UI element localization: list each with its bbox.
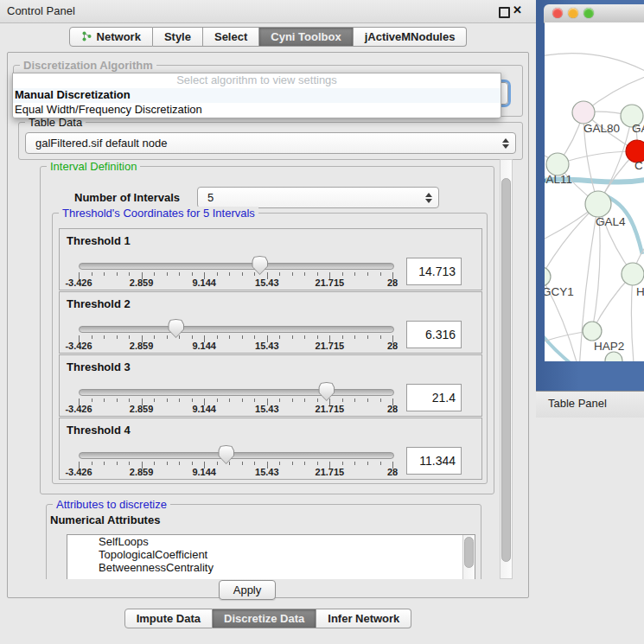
- network-node-hap2[interactable]: [583, 322, 602, 341]
- slider-tick: [217, 399, 218, 402]
- slider-tick-label: 21.715: [316, 341, 345, 351]
- num-intervals-value: 5: [198, 188, 438, 207]
- slider-tick: [104, 272, 105, 276]
- slider-tick: [254, 462, 255, 465]
- slider-tick: [292, 399, 293, 402]
- threshold-value-field[interactable]: 14.713: [406, 258, 462, 285]
- attribute-list-item[interactable]: TopologicalCoefficient: [67, 548, 475, 561]
- tab-discretize-data[interactable]: Discretize Data: [213, 609, 316, 628]
- slider-tick-label: 15.43: [255, 341, 279, 351]
- close-icon[interactable]: ✕: [513, 3, 522, 16]
- threshold-value-field[interactable]: 11.344: [406, 447, 462, 475]
- slider-tick-label: 21.715: [316, 467, 345, 477]
- slider-tick: [242, 335, 243, 339]
- tab-impute-data[interactable]: Impute Data: [124, 609, 213, 628]
- apply-button[interactable]: Apply: [219, 580, 276, 600]
- network-node-gal80[interactable]: [572, 101, 595, 124]
- slider-thumb[interactable]: [168, 319, 184, 338]
- minimize-traffic-light-icon[interactable]: [568, 8, 578, 18]
- tab-style[interactable]: Style: [153, 27, 203, 47]
- network-edge[interactable]: [558, 151, 637, 164]
- tab-infer-network[interactable]: Infer Network: [316, 609, 411, 628]
- slider-tick: [179, 462, 180, 465]
- network-node-label: GCY1: [545, 285, 574, 298]
- tab-label: Network: [97, 30, 141, 43]
- slider-track[interactable]: [79, 389, 394, 396]
- attribute-list-item[interactable]: BetweennessCentrality: [67, 561, 475, 574]
- network-edge[interactable]: [631, 274, 634, 361]
- threshold-panel: Threshold 2-3.4262.8599.14415.4321.71528…: [59, 291, 482, 354]
- popup-option[interactable]: Equal Width/Frequency Discretization: [13, 102, 501, 117]
- slider-tick: [367, 399, 368, 402]
- slider-tick: [342, 272, 343, 276]
- slider-tick-label: 21.715: [316, 404, 345, 414]
- threshold-label: Threshold 2: [67, 297, 131, 310]
- tab-network[interactable]: Network: [69, 27, 153, 47]
- float-window-icon[interactable]: [499, 7, 510, 18]
- slider-tick-label: 15.43: [255, 404, 279, 414]
- slider-tick: [317, 272, 318, 276]
- slider-tick: [92, 335, 92, 339]
- threshold-value-field[interactable]: 21.4: [406, 384, 462, 411]
- slider-track[interactable]: [79, 263, 394, 270]
- slider-tick: [242, 272, 243, 276]
- slider-tick-label: -3.426: [65, 277, 92, 288]
- group-legend: Attributes to discretize: [53, 498, 170, 511]
- slider-thumb[interactable]: [318, 382, 335, 401]
- network-node-h[interactable]: [622, 263, 644, 285]
- combobox-stepper-icon[interactable]: [425, 193, 432, 203]
- table-panel-body: ⚙ ☑ ☑ shared... na YDL19...YDL1YDR27...Y…: [536, 418, 644, 644]
- network-node-label: GAL80: [583, 122, 620, 135]
- slider-tick-label: 28: [387, 404, 398, 414]
- zoom-traffic-light-icon[interactable]: [583, 8, 594, 18]
- network-window-titlebar[interactable]: [544, 4, 644, 23]
- slider-tick: [129, 335, 130, 339]
- network-edge[interactable]: [545, 54, 644, 74]
- popup-option[interactable]: Manual Discretization: [13, 87, 501, 102]
- table-panel-title: Table Panel: [548, 397, 607, 410]
- slider-tick: [254, 335, 255, 339]
- num-intervals-combobox[interactable]: 5: [197, 187, 439, 208]
- combobox-stepper-icon[interactable]: [502, 138, 509, 149]
- close-traffic-light-icon[interactable]: [552, 8, 563, 18]
- network-node[interactable]: [605, 352, 622, 361]
- slider-tick-label: 28: [387, 467, 398, 477]
- network-canvas[interactable]: GAL80GACGAL11GAL4GCY1HHAP2: [545, 22, 644, 361]
- slider-tick: [242, 462, 243, 465]
- group-legend: Discretization Algorithm: [20, 59, 156, 72]
- network-edge[interactable]: [545, 204, 598, 277]
- slider-tick: [192, 462, 193, 465]
- attribute-list-item[interactable]: SelfLoops: [67, 535, 475, 548]
- settings-scrollbar[interactable]: [500, 159, 513, 579]
- slider-tick: [380, 462, 381, 465]
- slider-track[interactable]: [79, 326, 394, 333]
- tab-cyni-toolbox[interactable]: Cyni Toolbox: [259, 27, 353, 47]
- threshold-panel: Threshold 3-3.4262.8599.14415.4321.71528…: [59, 354, 482, 417]
- list-scrollbar[interactable]: [462, 535, 475, 579]
- table-data-combobox[interactable]: galFiltered.sif default node: [25, 132, 516, 154]
- slider-tick: [229, 272, 230, 276]
- slider-tick-label: -3.426: [65, 341, 92, 351]
- threshold-value-field[interactable]: 6.316: [406, 321, 462, 348]
- slider-tick: [342, 335, 343, 339]
- slider-thumb[interactable]: [218, 445, 234, 464]
- tab-label: jActiveMNodules: [365, 30, 456, 43]
- slider-tick: [154, 272, 155, 276]
- slider-tick-label: 2.859: [130, 467, 154, 477]
- slider-tick: [167, 272, 168, 276]
- tab-jactivemnodules[interactable]: jActiveMNodules: [354, 27, 468, 47]
- slider-tick: [229, 335, 230, 339]
- network-node-gcy1[interactable]: [545, 267, 551, 286]
- numerical-attributes-list[interactable]: SelfLoopsTopologicalCoefficientBetweenne…: [67, 534, 475, 579]
- num-intervals-label: Number of Intervals: [74, 191, 180, 204]
- slider-thumb[interactable]: [252, 256, 268, 275]
- slider-tick: [192, 272, 193, 276]
- slider-track[interactable]: [79, 452, 394, 459]
- slider-tick: [104, 462, 105, 465]
- slider-tick: [192, 399, 193, 402]
- tab-select[interactable]: Select: [203, 27, 259, 47]
- slider-tick: [192, 335, 193, 339]
- network-node-gal4[interactable]: [585, 191, 611, 217]
- slider-tick: [129, 462, 130, 465]
- network-node-label: H: [636, 285, 644, 298]
